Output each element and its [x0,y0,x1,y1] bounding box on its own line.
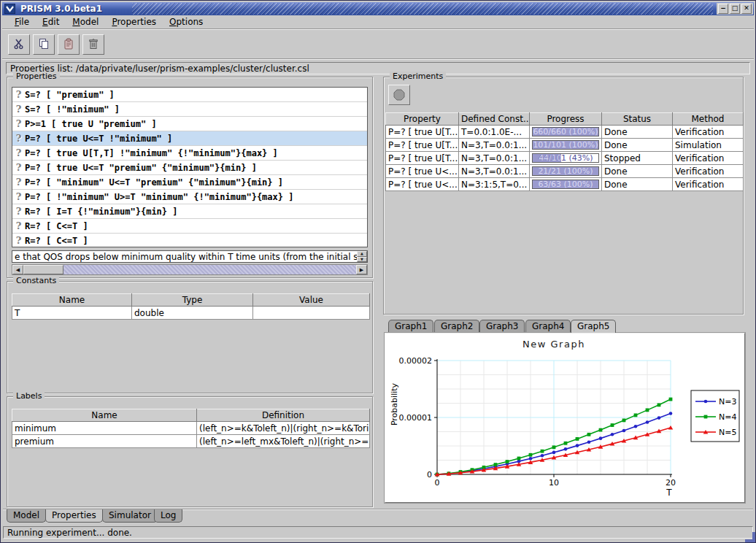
column-header-name[interactable]: Name [12,294,132,307]
menu-item-properties[interactable]: Properties [105,15,163,28]
property-item[interactable]: ?P>=1 [ true U "premium" ] [12,117,367,131]
property-item[interactable]: ?P=? [ !"minimum" U>=T "minimum" {!"mini… [12,190,367,204]
experiment-constants-cell: N=3,T=0.0:1... [459,139,530,152]
stop-icon [393,88,406,101]
tab-graph2[interactable]: Graph2 [434,320,479,333]
progress-text: 21/21 (100%) [533,167,598,175]
comment-spinner: ▲ ▼ [357,251,367,262]
experiments-table: PropertyDefined Const...ProgressStatusMe… [385,112,744,191]
window-menu-icon[interactable] [4,4,15,14]
property-text: R=? [ I=T {!"minimum"}{min} ] [25,207,178,217]
property-item[interactable]: ?R=? [ I=T {!"minimum"}{min} ] [12,204,367,219]
title-bar[interactable]: PRISM 3.0.beta1 − □ ✕ [2,2,754,15]
experiment-progress-cell: 660/660 (100%) [530,126,602,139]
experiment-progress-cell: 63/63 (100%) [530,178,602,191]
minimize-icon[interactable]: − [718,4,728,14]
property-item[interactable]: ?P=? [ true U<=T "premium" {"minimum"}{m… [12,161,367,175]
tab-simulator[interactable]: Simulator [102,509,158,523]
paste-button[interactable] [58,34,80,55]
property-item[interactable]: ?P=? [ true U<=T !"minimum" ] [12,131,367,146]
question-icon: ? [12,206,25,217]
properties-group-title: Properties [13,72,60,82]
window-title: PRISM 3.0.beta1 [20,4,102,14]
property-item[interactable]: ?P=? [ "minimum" U<=T "premium" {"minimu… [12,175,367,190]
experiment-row[interactable]: P=? [ true U<...N=3:1:5,T=0...63/63 (100… [386,178,744,191]
column-header-status[interactable]: Status [602,113,673,126]
column-header-value[interactable]: Value [253,294,370,307]
spinner-up-icon[interactable]: ▲ [357,251,367,257]
progress-bar: 660/660 (100%) [532,127,599,136]
property-comment-field[interactable]: e that QOS drops below minimum quality w… [12,250,368,263]
property-text: S=? [ "premium" ] [25,90,115,100]
svg-text:0: 0 [427,470,432,480]
scrollbar-thumb[interactable] [23,265,63,274]
label-row[interactable]: minimum(left_n>=k&Toleft_n)|(right_n>=k&… [12,422,370,435]
scroll-right-icon[interactable]: ▶ [356,265,367,274]
menu-item-options[interactable]: Options [163,15,209,28]
question-icon: ? [12,104,25,115]
column-header-definition[interactable]: Definition [197,409,370,422]
table-cell: T [12,307,132,320]
spinner-down-icon[interactable]: ▼ [357,257,367,263]
scrollbar-track[interactable] [63,265,356,274]
label-row[interactable]: premium(left_n>=left_mx&Toleft_n)|(right… [12,435,370,448]
table-cell: premium [12,435,197,448]
column-header-name[interactable]: Name [12,409,197,422]
svg-text:New Graph: New Graph [522,339,585,350]
menu-item-file[interactable]: File [8,15,36,28]
experiment-row[interactable]: P=? [ true U[T...N=3,T=0.0:1...44/101 (4… [386,152,744,165]
property-item[interactable]: ?P=? [ true U[T,T] !"minimum" {!"minimum… [12,146,367,161]
property-item[interactable]: ?S=? [ !"minimum" ] [12,102,367,117]
cut-button[interactable] [8,34,30,55]
experiment-status-cell: Done [602,126,673,139]
menu-item-model[interactable]: Model [66,15,105,28]
property-item[interactable]: ?R=? [ C<=T ] [12,219,367,234]
tab-model[interactable]: Model [7,509,46,523]
graph-canvas[interactable]: 00.000010.0000201020New GraphProbability… [385,334,744,501]
experiment-property-cell: P=? [ true U[T... [386,152,459,165]
window-controls: − □ ✕ [717,3,753,15]
constant-row[interactable]: Tdouble [12,307,370,320]
constants-group: Constants NameTypeValueTdouble [7,281,373,393]
question-icon: ? [12,133,25,144]
close-icon[interactable]: ✕ [741,4,752,14]
progress-bar: 44/101 (43%)44/101 (43%) [532,153,599,163]
table-cell: minimum [12,422,197,435]
maximize-icon[interactable]: □ [730,4,740,14]
experiment-method-cell: Verification [673,165,744,178]
resize-corner[interactable] [745,532,755,542]
progress-text-clip: 44/101 (43%) [533,154,561,162]
menu-item-edit[interactable]: Edit [36,15,66,28]
experiment-row[interactable]: P=? [ true U<...N=3,T=0.0:1...21/21 (100… [386,165,744,178]
column-header-progress[interactable]: Progress [530,113,602,126]
property-text: P=? [ true U<=T !"minimum" ] [25,134,172,144]
progress-text: 101/101 (100%) [533,141,598,149]
svg-text:20: 20 [666,478,676,488]
property-text: P=? [ true U<=T "premium" {"minimum"}{mi… [25,163,257,173]
column-header-type[interactable]: Type [132,294,253,307]
column-header-method[interactable]: Method [673,113,744,126]
tab-log[interactable]: Log [154,509,182,523]
question-icon: ? [12,162,25,173]
property-item[interactable]: ?S=? [ "premium" ] [12,88,367,102]
labels-group: Labels NameDefinitionminimum(left_n>=k&T… [7,396,373,507]
copy-button[interactable] [33,34,55,55]
property-item[interactable]: ?R=? [ C<=T ] [12,234,367,247]
column-header-defined-const[interactable]: Defined Const... [459,113,530,126]
column-header-property[interactable]: Property [386,113,459,126]
tab-graph3[interactable]: Graph3 [479,320,525,333]
menu-bar: FileEditModelPropertiesOptions [2,15,754,29]
delete-button[interactable] [82,34,104,55]
svg-text:T: T [666,488,672,498]
tab-graph4[interactable]: Graph4 [525,320,571,333]
tab-graph5[interactable]: Graph5 [571,320,616,333]
experiment-property-cell: P=? [ true U<... [386,165,459,178]
experiment-property-cell: P=? [ true U[T... [386,126,459,139]
experiment-row[interactable]: P=? [ true U[T...T=0.0:1.0E-...660/660 (… [386,126,744,139]
tab-graph1[interactable]: Graph1 [388,320,433,333]
experiment-row[interactable]: P=? [ true U[T...N=3,T=0.0:1...101/101 (… [386,139,744,152]
scroll-left-icon[interactable]: ◀ [12,265,23,274]
tab-properties[interactable]: Properties [45,509,103,523]
experiments-group: Experiments PropertyDefined Const...Prog… [383,77,744,315]
stop-experiment-button[interactable] [388,85,410,105]
